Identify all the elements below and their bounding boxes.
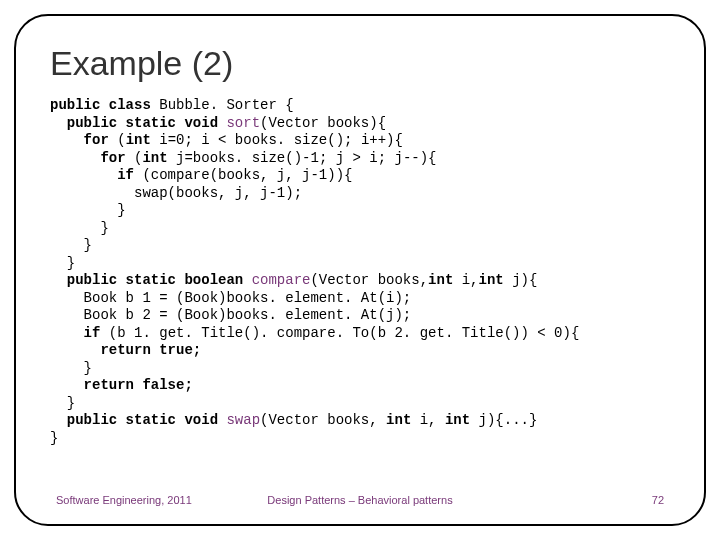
code-text: }: [50, 220, 109, 236]
code-text: (b 1. get. Title(). compare. To(b 2. get…: [100, 325, 579, 341]
code-text: i,: [453, 272, 478, 288]
kw: if: [50, 167, 134, 183]
kw: int: [142, 150, 167, 166]
kw: public class: [50, 97, 151, 113]
footer: Software Engineering, 2011 Design Patter…: [50, 494, 670, 506]
page-title: Example (2): [50, 44, 670, 83]
code-text: Book b 1 = (Book)books. element. At(i);: [50, 290, 411, 306]
code-text: j){...}: [470, 412, 537, 428]
kw: int: [479, 272, 504, 288]
code-text: }: [50, 237, 92, 253]
code-text: (Vector books,: [260, 412, 386, 428]
code-text: }: [50, 202, 126, 218]
code-text: (Vector books){: [260, 115, 386, 131]
kw: int: [428, 272, 453, 288]
kw: for: [50, 132, 109, 148]
kw: return false;: [50, 377, 193, 393]
code-text: }: [50, 255, 75, 271]
code-text: j=books. size()-1; j > i; j--){: [168, 150, 437, 166]
code-text: j){: [504, 272, 538, 288]
code-text: swap(books, j, j-1);: [50, 185, 302, 201]
code-text: (compare(books, j, j-1)){: [134, 167, 352, 183]
code-block: public class Bubble. Sorter { public sta…: [50, 97, 670, 494]
page-number: 72: [485, 494, 664, 506]
fn-name: swap: [226, 412, 260, 428]
code-text: }: [50, 360, 92, 376]
footer-left: Software Engineering, 2011: [56, 494, 235, 506]
code-text: (: [126, 150, 143, 166]
slide-frame: Example (2) public class Bubble. Sorter …: [14, 14, 706, 526]
code-text: }: [50, 395, 75, 411]
kw: int: [445, 412, 470, 428]
kw: public static void: [50, 412, 226, 428]
footer-center: Design Patterns – Behavioral patterns: [235, 494, 485, 506]
kw: for: [50, 150, 126, 166]
kw: public static boolean: [50, 272, 252, 288]
code-text: i,: [411, 412, 445, 428]
code-text: Bubble. Sorter {: [151, 97, 294, 113]
fn-name: sort: [226, 115, 260, 131]
kw: if: [50, 325, 100, 341]
kw: public static void: [50, 115, 226, 131]
kw: return true;: [50, 342, 201, 358]
code-text: (: [109, 132, 126, 148]
code-text: }: [50, 430, 58, 446]
code-text: i=0; i < books. size(); i++){: [151, 132, 403, 148]
code-text: Book b 2 = (Book)books. element. At(j);: [50, 307, 411, 323]
code-text: (Vector books,: [310, 272, 428, 288]
fn-name: compare: [252, 272, 311, 288]
kw: int: [126, 132, 151, 148]
kw: int: [386, 412, 411, 428]
